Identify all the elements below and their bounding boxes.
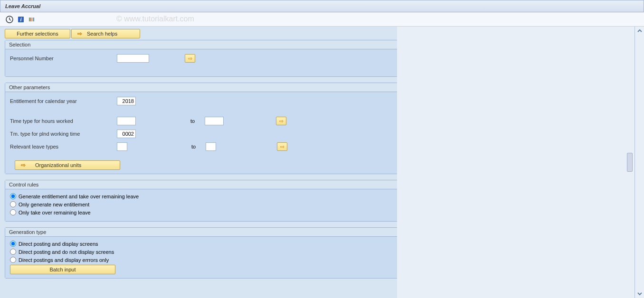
time-type-hours-from-input[interactable]	[117, 117, 136, 125]
right-blank-panel	[397, 27, 635, 298]
personnel-number-label: Personnel Number	[10, 56, 117, 61]
tm-type-plnd-input[interactable]	[117, 130, 136, 138]
multiple-selection-button[interactable]	[277, 142, 287, 151]
radio-generate-takeover[interactable]	[10, 193, 16, 199]
tm-type-plnd-label: Tm. type for plnd working time	[10, 131, 117, 137]
selection-panel: Selection Personnel Number	[5, 40, 398, 77]
info-icon[interactable]: i	[16, 15, 26, 24]
control-rule-option-1: Generate entitlement and take over remai…	[10, 193, 393, 199]
to-label: to	[190, 118, 205, 124]
personnel-number-input[interactable]	[117, 54, 149, 63]
entitlement-label: Entitlement for calendar year	[10, 98, 117, 104]
time-type-hours-label: Time type for hours worked	[10, 118, 117, 124]
entitlement-row: Entitlement for calendar year	[10, 96, 393, 106]
generation-type-option-3: Direct postings and display errrors only	[10, 257, 393, 263]
scroll-up-icon[interactable]	[637, 28, 643, 34]
generation-type-option-1: Direct posting and display screens	[10, 241, 393, 247]
panel-body: Entitlement for calendar year Time type …	[5, 92, 398, 174]
relevant-leave-to-input[interactable]	[206, 142, 216, 151]
tm-type-plnd-row: Tm. type for plnd working time	[10, 129, 393, 139]
generation-type-panel: Generation type Direct posting and displ…	[5, 227, 398, 279]
button-label: Organizational units	[35, 162, 81, 168]
panel-header: Other parameters	[5, 83, 398, 92]
radio-label: Direct posting and do not display screen…	[19, 249, 114, 255]
time-type-hours-row: Time type for hours worked to	[10, 116, 393, 126]
multiple-selection-button[interactable]	[276, 117, 286, 125]
radio-direct-errors[interactable]	[10, 257, 16, 263]
other-parameters-panel: Other parameters Entitlement for calenda…	[5, 83, 398, 174]
panel-header: Selection	[5, 40, 398, 49]
radio-label: Generate entitlement and take over remai…	[19, 194, 139, 199]
control-rule-option-2: Only generate new entitlement	[10, 201, 393, 207]
panel-body: Direct posting and display screens Direc…	[5, 237, 398, 278]
radio-label: Direct posting and display screens	[19, 241, 98, 247]
arrow-right-icon	[21, 162, 26, 168]
relevant-leave-from-input[interactable]	[117, 142, 127, 151]
panel-header: Generation type	[5, 228, 398, 237]
multiple-selection-button[interactable]	[185, 54, 195, 63]
svg-rect-7	[32, 18, 33, 21]
radio-direct-no-display[interactable]	[10, 249, 16, 255]
batch-input-button[interactable]: Batch input	[10, 265, 115, 274]
search-helps-button[interactable]: Search helps	[71, 29, 140, 38]
entitlement-input[interactable]	[117, 97, 136, 105]
radio-direct-display[interactable]	[10, 241, 16, 247]
radio-label: Only take over remaining leave	[19, 210, 91, 215]
variants-icon[interactable]	[28, 15, 37, 24]
scroll-thumb-vertical[interactable]	[627, 153, 633, 172]
relevant-leave-row: Relevant leave types to	[10, 141, 393, 152]
radio-only-takeover[interactable]	[10, 209, 16, 215]
radio-label: Direct postings and display errrors only	[19, 257, 109, 263]
control-rule-option-3: Only take over remaining leave	[10, 209, 393, 215]
control-rules-panel: Control rules Generate entitlement and t…	[5, 180, 398, 222]
to-label: to	[191, 144, 206, 149]
organizational-units-button[interactable]: Organizational units	[15, 160, 120, 170]
toolbar: i © www.tutorialkart.com	[0, 12, 644, 27]
svg-rect-6	[30, 18, 31, 21]
svg-line-2	[9, 19, 11, 20]
generation-type-option-2: Direct posting and do not display screen…	[10, 249, 393, 255]
panel-body: Personnel Number	[5, 49, 398, 76]
scroll-down-icon[interactable]	[637, 291, 643, 297]
watermark-text: © www.tutorialkart.com	[116, 15, 194, 23]
org-button-row: Organizational units	[15, 160, 393, 170]
further-selections-button[interactable]: Further selections	[5, 29, 70, 38]
scrollbar-vertical	[635, 27, 644, 298]
radio-only-generate[interactable]	[10, 201, 16, 207]
title-bar: Leave Accrual	[0, 0, 644, 12]
radio-label: Only generate new entitlement	[19, 202, 89, 207]
relevant-leave-label: Relevant leave types	[10, 144, 117, 149]
svg-rect-5	[29, 18, 30, 21]
button-label: Batch input	[49, 267, 76, 272]
svg-rect-8	[33, 18, 34, 21]
personnel-number-row: Personnel Number	[10, 53, 393, 64]
time-type-hours-to-input[interactable]	[205, 117, 224, 125]
execute-icon[interactable]	[5, 15, 14, 24]
button-label: Search helps	[87, 31, 117, 37]
page-title: Leave Accrual	[5, 3, 40, 9]
content-area: Further selections Search helps Selectio…	[0, 27, 644, 298]
button-label: Further selections	[17, 31, 58, 37]
arrow-right-icon	[77, 30, 82, 37]
main-content: Further selections Search helps Selectio…	[0, 27, 644, 298]
panel-header: Control rules	[5, 180, 398, 189]
panel-body: Generate entitlement and take over remai…	[5, 189, 398, 221]
